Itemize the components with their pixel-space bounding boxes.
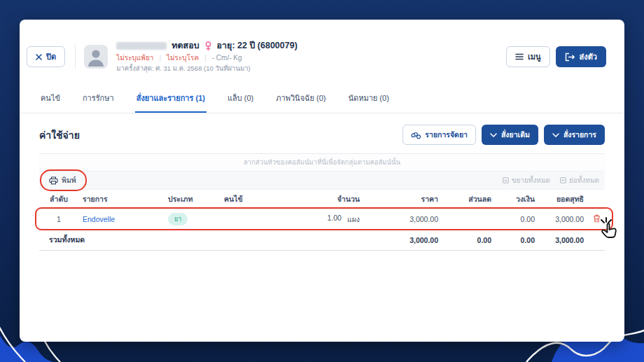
patient-record-card: ปิด ทดสอบ อายุ: 22 ปี (6800079) ไม่ระบุแ: [20, 20, 624, 342]
hamburger-icon: [515, 53, 524, 60]
cell-qty: 1.00: [328, 214, 342, 225]
cell-seq: 1: [39, 211, 78, 227]
footer-discount: 0.00: [442, 232, 496, 249]
new-order-button[interactable]: สั่งรายการ: [544, 125, 605, 145]
dispense-list-button[interactable]: รายการจัดยา: [402, 125, 476, 145]
body-metrics: - Cm/- Kg: [212, 54, 242, 63]
chevron-down-icon: [552, 133, 559, 137]
tab-imaging[interactable]: ภาพวินิจฉัย (0): [274, 85, 327, 113]
menu-button[interactable]: เมนู: [506, 46, 550, 67]
col-item[interactable]: รายการ: [78, 190, 164, 209]
item-link[interactable]: Endovelle: [83, 215, 115, 223]
footer-price: 3,000.00: [364, 232, 442, 249]
col-seq[interactable]: ลำดับ: [39, 190, 78, 209]
trash-icon: [593, 214, 601, 223]
cell-patient: [220, 216, 287, 223]
billing-table: ลากส่วนหัวของคอลัมน์มาที่นี่เพื่อจัดกลุ่…: [39, 153, 605, 251]
transfer-icon: [565, 53, 575, 62]
transfer-label: ส่งตัว: [580, 50, 597, 63]
female-icon: [204, 41, 212, 51]
transfer-button[interactable]: ส่งตัว: [556, 46, 606, 67]
tab-patient[interactable]: คนไข้: [39, 85, 62, 113]
col-credit[interactable]: วงเงิน: [496, 190, 539, 209]
col-net[interactable]: ยอดสุทธิ: [539, 190, 588, 209]
table-toolbar: พิมพ์ ขยายทั้งหมด ย่อทั้งหมด: [39, 172, 605, 190]
cell-price: 3,000.00: [364, 211, 442, 227]
patient-age-id: อายุ: 22 ปี (6800079): [217, 41, 298, 52]
disease-status: ไม่ระบุโรค: [167, 54, 199, 63]
collapse-all-link[interactable]: ย่อทั้งหมด: [560, 175, 599, 186]
tab-bar: คนไข้ การรักษา สั่งยาและรายการ (1) แล็บ …: [20, 85, 624, 113]
collapse-icon: [560, 177, 566, 183]
table-footer-row: รวมทั้งหมด 3,000.00 0.00 0.00 3,000.00: [39, 229, 605, 250]
footer-credit: 0.00: [496, 232, 539, 249]
delete-button[interactable]: [593, 214, 601, 223]
expand-all-label: ขยายทั้งหมด: [512, 175, 550, 186]
cell-discount: [442, 216, 496, 223]
menu-label: เมนู: [528, 50, 541, 63]
new-order-label: สั่งรายการ: [564, 129, 596, 141]
footer-net: 3,000.00: [539, 232, 588, 249]
avatar: [84, 45, 108, 69]
expand-icon: [503, 177, 509, 183]
dispense-list-label: รายการจัดยา: [425, 129, 468, 141]
col-actions: [588, 196, 605, 203]
table-row[interactable]: 1 Endovelle ยา 1.00 แผง 3,000.00 0.00 3,…: [39, 209, 605, 229]
redacted-text: [116, 42, 167, 50]
chevron-down-icon: [490, 133, 497, 137]
tab-orders[interactable]: สั่งยาและรายการ (1): [135, 85, 206, 113]
tab-treatment[interactable]: การรักษา: [81, 85, 115, 113]
table-header-row: ลำดับ รายการ ประเภท คนไข้ จำนวน ราคา ส่ว…: [39, 190, 605, 209]
cell-net: 3,000.00: [539, 211, 588, 227]
divider: [75, 45, 76, 69]
separator: |: [204, 54, 206, 63]
col-qty[interactable]: จำนวน: [287, 190, 364, 209]
expand-all-link[interactable]: ขยายทั้งหมด: [503, 175, 550, 186]
patient-info: ทดสอบ อายุ: 22 ปี (6800079) ไม่ระบุแพ้ยา…: [116, 41, 298, 73]
col-discount[interactable]: ส่วนลด: [442, 190, 496, 209]
col-type[interactable]: ประเภท: [164, 190, 220, 209]
allergy-status: ไม่ระบุแพ้ยา: [116, 54, 153, 63]
print-label: พิมพ์: [62, 174, 76, 186]
footer-label: รวมทั้งหมด: [39, 230, 164, 250]
close-button[interactable]: ปิด: [27, 46, 65, 67]
page-title: ค่าใช้จ่าย: [39, 127, 80, 143]
col-price[interactable]: ราคา: [364, 190, 442, 209]
close-icon: [36, 54, 42, 60]
type-badge: ยา: [168, 213, 188, 225]
previous-order-button[interactable]: สั่งยาเดิม: [482, 125, 538, 145]
close-label: ปิด: [46, 50, 56, 63]
patient-header: ปิด ทดสอบ อายุ: 22 ปี (6800079) ไม่ระบุแ: [20, 20, 624, 78]
last-visit: มาครั้งล่าสุด: ศ. 31 ม.ค. 2568 (10 วันที…: [116, 64, 298, 73]
pills-icon: [411, 130, 421, 139]
collapse-all-label: ย่อทั้งหมด: [569, 175, 599, 186]
separator: |: [159, 54, 161, 63]
group-panel-hint: ลากส่วนหัวของคอลัมน์มาที่นี่เพื่อจัดกลุ่…: [39, 154, 605, 172]
printer-icon: [49, 176, 58, 185]
patient-name: ทดสอบ: [172, 41, 199, 52]
tab-lab[interactable]: แล็บ (0): [226, 85, 255, 113]
previous-order-label: สั่งยาเดิม: [501, 129, 530, 141]
cell-unit: แผง: [347, 214, 360, 225]
col-patient[interactable]: คนไข้: [220, 190, 287, 209]
tab-appointments[interactable]: นัดหมาย (0): [347, 85, 391, 113]
cell-credit: 0.00: [496, 211, 539, 227]
print-button[interactable]: พิมพ์: [45, 173, 80, 188]
person-icon: [84, 45, 108, 69]
